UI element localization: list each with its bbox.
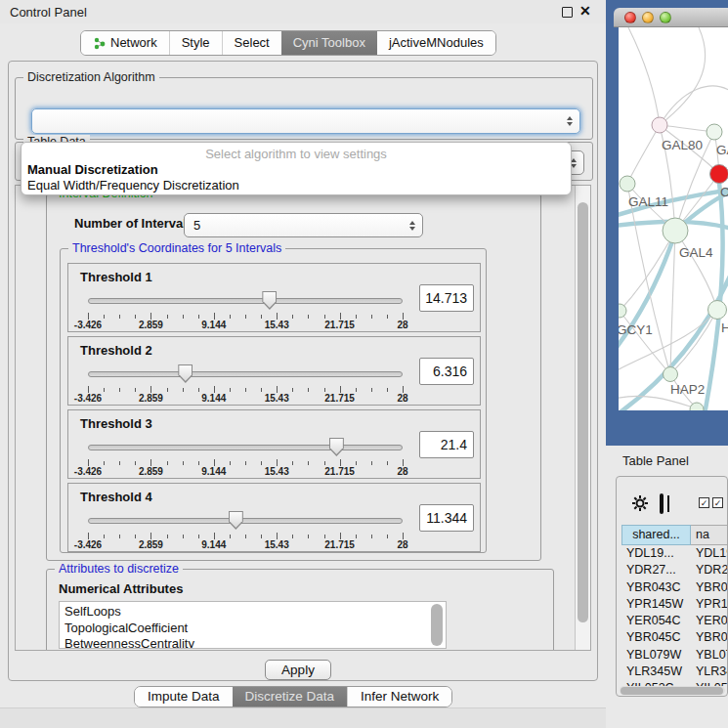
threshold-3-slider-thumb[interactable] bbox=[329, 438, 344, 456]
threshold-3-slider-track[interactable] bbox=[88, 445, 403, 450]
table-hscrollbar-thumb[interactable] bbox=[621, 687, 723, 695]
algorithm-combobox[interactable] bbox=[31, 108, 580, 134]
apply-button[interactable]: Apply bbox=[265, 660, 331, 680]
slider-scale-label: 21.715 bbox=[324, 393, 355, 404]
tab-cyni-toolbox[interactable]: Cyni Toolbox bbox=[281, 31, 377, 55]
slider-tick bbox=[277, 533, 278, 539]
table-row[interactable]: YDR27...YDR27 bbox=[621, 562, 728, 578]
slider-tick bbox=[150, 533, 151, 539]
minimize-window-icon[interactable] bbox=[642, 12, 654, 23]
settings-vertical-scrollbar[interactable] bbox=[575, 186, 590, 650]
cell-shared-name[interactable]: YLR345W bbox=[621, 664, 691, 680]
gear-icon[interactable] bbox=[631, 494, 649, 516]
popup-item-manual-discretization[interactable]: Manual Discretization bbox=[27, 162, 158, 177]
slider-tick bbox=[104, 535, 105, 538]
network-node[interactable] bbox=[620, 176, 635, 192]
table-row[interactable]: YER054CYER05 bbox=[621, 613, 728, 629]
threshold-1-value-field[interactable]: 14.713 bbox=[419, 284, 474, 312]
table-row[interactable]: YDL19...YDL19 bbox=[621, 545, 728, 562]
tab-jactivemnodules[interactable]: jActiveMNodules bbox=[377, 31, 495, 55]
network-node[interactable] bbox=[652, 117, 667, 133]
cell-shared-name[interactable]: YBR043C bbox=[621, 579, 691, 596]
cyni-toolbox-panel: Discretization Algorithm Table Data galF… bbox=[8, 61, 598, 681]
slider-tick bbox=[277, 313, 278, 320]
zoom-window-icon[interactable] bbox=[660, 12, 671, 23]
cell-shared-name[interactable]: YBR045C bbox=[621, 629, 691, 646]
network-view-canvas[interactable]: GAL80GACGAL11GAL4GCY1HHAP2 bbox=[619, 27, 728, 410]
cell-name[interactable]: YBR04 bbox=[691, 579, 728, 596]
cell-name[interactable]: YBL07 bbox=[691, 647, 728, 664]
cell-name[interactable]: YER05 bbox=[691, 613, 728, 629]
close-icon[interactable]: ✕ bbox=[579, 3, 591, 19]
tab-network[interactable]: Network bbox=[81, 31, 169, 55]
table-row[interactable]: YBR045CYBR04 bbox=[621, 629, 728, 646]
slider-tick bbox=[183, 535, 184, 538]
popup-item-equal-width-frequency[interactable]: Equal Width/Frequency Discretization bbox=[27, 178, 239, 193]
table-row[interactable]: YBR043CYBR04 bbox=[621, 579, 728, 596]
attribute-list-item[interactable]: TopologicalCoefficient bbox=[64, 621, 446, 637]
threshold-2-value-field[interactable]: 6.316 bbox=[419, 358, 474, 385]
tab-style[interactable]: Style bbox=[169, 31, 222, 55]
network-edge[interactable] bbox=[660, 27, 706, 125]
cell-name[interactable]: YDR27 bbox=[691, 562, 728, 578]
table-horizontal-scrollbar[interactable] bbox=[620, 686, 725, 695]
threshold-4-slider-thumb[interactable] bbox=[229, 511, 243, 530]
numerical-attributes-list[interactable]: SelfLoopsTopologicalCoefficientBetweenne… bbox=[59, 601, 447, 649]
threshold-1-slider-track[interactable] bbox=[88, 298, 403, 304]
checkbox-icon[interactable]: ✓ bbox=[712, 497, 723, 508]
network-node[interactable] bbox=[707, 124, 722, 140]
threshold-1-slider-scale: -3.4262.8599.14415.4321.71528 bbox=[68, 320, 482, 331]
attribute-list-item[interactable]: BetweennessCentrality bbox=[64, 636, 446, 649]
discretization-algorithm-group: Discretization Algorithm bbox=[15, 77, 593, 140]
cell-shared-name[interactable]: YER054C bbox=[621, 613, 691, 629]
network-edge[interactable] bbox=[627, 125, 660, 184]
close-window-icon[interactable] bbox=[624, 12, 636, 23]
bottom-strip bbox=[0, 707, 606, 728]
float-window-icon[interactable] bbox=[562, 7, 573, 18]
checkbox-icon[interactable]: ✓ bbox=[699, 497, 709, 508]
cell-name[interactable]: YDL19 bbox=[691, 545, 728, 562]
network-node[interactable] bbox=[619, 304, 626, 318]
attributes-list-scrollbar[interactable] bbox=[431, 604, 443, 646]
column-header-name[interactable]: na bbox=[691, 525, 728, 545]
network-node-label: GAL80 bbox=[662, 138, 703, 152]
network-window-titlebar[interactable] bbox=[614, 8, 728, 27]
number-of-intervals-combobox[interactable]: 5 bbox=[184, 213, 423, 237]
network-edge[interactable] bbox=[670, 231, 675, 374]
slider-tick bbox=[183, 388, 184, 392]
table-row[interactable]: YPR145WYPR14 bbox=[621, 596, 728, 613]
tab-infer-network[interactable]: Infer Network bbox=[347, 687, 451, 707]
network-node[interactable] bbox=[664, 367, 678, 382]
settings-scrollbar-thumb[interactable] bbox=[578, 202, 588, 622]
column-header-shared-name[interactable]: shared... bbox=[621, 525, 691, 545]
network-node[interactable] bbox=[710, 165, 728, 184]
network-edge[interactable] bbox=[628, 27, 660, 125]
slider-tick bbox=[324, 461, 325, 465]
cell-shared-name[interactable]: YBL079W bbox=[621, 647, 691, 664]
columns-icon[interactable] bbox=[660, 495, 664, 513]
threshold-2-slider-thumb[interactable] bbox=[178, 364, 193, 383]
threshold-3-value-field[interactable]: 21.4 bbox=[419, 431, 474, 458]
tab-discretize-data[interactable]: Discretize Data bbox=[233, 687, 348, 707]
table-body: YDL19...YDL19YDR27...YDR27YBR043CYBR04YP… bbox=[621, 545, 728, 686]
attribute-list-item[interactable]: SelfLoops bbox=[64, 604, 446, 621]
tab-select[interactable]: Select bbox=[222, 31, 281, 55]
table-row[interactable]: YLR345WYLR34 bbox=[621, 664, 728, 680]
cell-shared-name[interactable]: YPR145W bbox=[621, 596, 691, 613]
threshold-2-slider-track[interactable] bbox=[88, 371, 403, 377]
threshold-1-slider-thumb[interactable] bbox=[262, 291, 277, 310]
cell-name[interactable]: YPR14 bbox=[691, 596, 728, 613]
cell-shared-name[interactable]: YDR27... bbox=[621, 562, 691, 578]
network-node[interactable] bbox=[663, 218, 688, 243]
tab-impute-data[interactable]: Impute Data bbox=[135, 687, 233, 707]
network-node[interactable] bbox=[708, 301, 727, 320]
cell-name[interactable]: YBR04 bbox=[691, 629, 728, 646]
table-row[interactable]: YBL079WYBL07 bbox=[621, 647, 728, 664]
cell-shared-name[interactable]: YDL19... bbox=[621, 545, 691, 562]
network-edge[interactable] bbox=[660, 86, 728, 125]
cell-name[interactable]: YLR34 bbox=[691, 664, 728, 680]
slider-tick bbox=[387, 388, 388, 392]
threshold-4-slider-track[interactable] bbox=[88, 518, 403, 524]
network-edge[interactable] bbox=[675, 231, 717, 310]
threshold-4-value-field[interactable]: 11.344 bbox=[419, 504, 474, 532]
